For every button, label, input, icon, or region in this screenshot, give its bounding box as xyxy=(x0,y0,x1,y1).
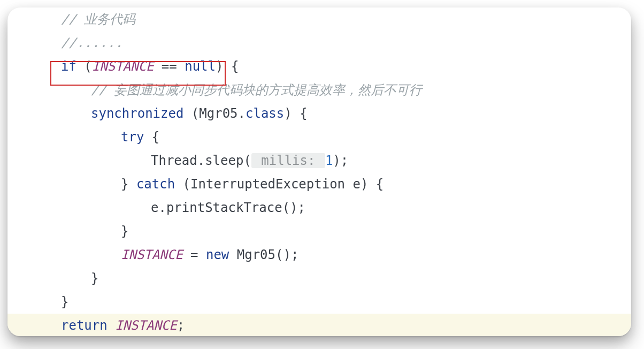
code-line-11: INSTANCE = new Mgr05(); xyxy=(7,243,631,267)
code-line-14-return: return INSTANCE; xyxy=(7,314,631,336)
param-hint-millis: millis: xyxy=(251,153,325,168)
sync-close-brace: } xyxy=(91,271,98,286)
code-line-5: synchronized (Mgr05.class) { xyxy=(7,102,631,125)
comment-ellipsis: //...... xyxy=(61,35,123,50)
sync-target-open: (Mgr05. xyxy=(183,106,246,121)
comment-sync-note: // 妄图通过减小同步代码块的方式提高效率，然后不可行 xyxy=(91,82,422,97)
code-line-12: } xyxy=(7,267,631,290)
code-line-8: } catch (InterruptedException e) { xyxy=(7,172,631,196)
code-line-3: if (INSTANCE == null) { xyxy=(7,55,631,78)
instance-ref-1: INSTANCE xyxy=(92,59,154,74)
assign-eq: = xyxy=(183,247,206,262)
paren-close-1: ) { xyxy=(216,59,239,74)
paren-open: ( xyxy=(76,59,92,74)
code-card: // 业务代码 //...... if (INSTANCE == null) {… xyxy=(7,7,631,336)
keyword-if: if xyxy=(61,59,76,74)
operator-eq: == xyxy=(154,59,185,74)
sleep-close: ); xyxy=(333,153,348,168)
code-line-13: } xyxy=(7,290,631,314)
keyword-null: null xyxy=(185,59,216,74)
keyword-catch: catch xyxy=(136,177,175,192)
ctor-call: Mgr05(); xyxy=(229,247,298,262)
code-line-1: // 业务代码 xyxy=(7,7,631,31)
code-line-9: e.printStackTrace(); xyxy=(7,196,631,219)
code-line-10: } xyxy=(7,219,631,243)
instance-assign: INSTANCE xyxy=(121,247,183,262)
catch-args: (InterruptedException e) { xyxy=(175,177,384,192)
return-space xyxy=(108,318,115,333)
return-semi: ; xyxy=(177,318,185,333)
code-area: // 业务代码 //...... if (INSTANCE == null) {… xyxy=(7,7,631,336)
comment-business: // 业务代码 xyxy=(61,12,135,27)
thread-sleep-call: Thread.sleep( xyxy=(151,153,251,168)
if-close-brace: } xyxy=(61,294,68,309)
sync-target-close: ) { xyxy=(284,106,307,121)
code-line-4: // 妄图通过减小同步代码块的方式提高效率，然后不可行 xyxy=(7,78,631,102)
keyword-class: class xyxy=(246,106,284,121)
literal-1: 1 xyxy=(325,153,333,168)
keyword-return: return xyxy=(61,318,108,333)
instance-return: INSTANCE xyxy=(115,318,177,333)
try-close-brace: } xyxy=(121,177,136,192)
code-line-7: Thread.sleep( millis: 1); xyxy=(7,149,631,172)
catch-close-brace: } xyxy=(121,224,128,239)
keyword-new: new xyxy=(206,247,229,262)
keyword-synchronized: synchronized xyxy=(91,106,183,121)
keyword-try: try xyxy=(121,130,144,145)
code-line-6: try { xyxy=(7,125,631,149)
code-line-2: //...... xyxy=(7,31,631,55)
print-stack-trace: e.printStackTrace(); xyxy=(151,200,305,215)
try-brace: { xyxy=(144,130,159,145)
